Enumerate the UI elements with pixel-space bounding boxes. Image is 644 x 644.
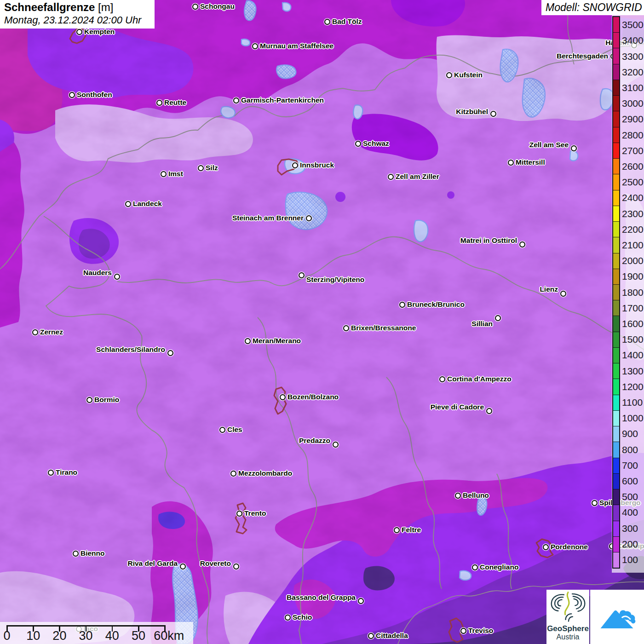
colorbar-segment (613, 17, 619, 33)
colorbar-segment (613, 174, 619, 190)
colorbar-segment (613, 332, 619, 348)
colorbar-segment (613, 442, 619, 458)
colorbar-segment (613, 143, 619, 159)
scalebar-number: 40 (105, 629, 119, 643)
colorbar-segment (613, 316, 619, 332)
terrain-shading (0, 0, 644, 644)
colorbar-segment (613, 379, 619, 395)
colorbar-segment (613, 489, 619, 505)
map-datetime: Montag, 23.12.2024 02:00 Uhr (4, 14, 155, 26)
geosphere-logo: GeoSphere Austria (546, 590, 589, 644)
model-info-box: Modell: SNOWGRID (541, 0, 644, 15)
colorbar-segment (613, 363, 619, 379)
title-text: Schneefallgrenze (4, 1, 95, 13)
map-title-box: Schneefallgrenze [m] Montag, 23.12.2024 … (0, 0, 155, 29)
distance-scalebar: 0102030405060km (0, 622, 193, 644)
colorbar-segment (613, 206, 619, 222)
colorbar-segment (613, 33, 619, 48)
colorbar-segment (613, 48, 619, 64)
colorbar-segment (613, 285, 619, 300)
scalebar-number: 50 (132, 629, 145, 643)
geosphere-logo-icon (547, 590, 589, 624)
colorbar-segment (613, 237, 619, 253)
colorbar-segment (613, 348, 619, 363)
geosphere-logo-country: Austria (546, 633, 589, 641)
colorbar-segment (613, 127, 619, 143)
mountain-logo (590, 590, 644, 644)
colorbar-segment (613, 253, 619, 269)
colorbar-segment (613, 300, 619, 316)
elevation-colorbar (612, 16, 620, 569)
colorbar-segment (613, 222, 619, 237)
colorbar-segment (613, 96, 619, 111)
colorbar-segment (613, 474, 619, 489)
mountain-logo-icon (595, 595, 639, 639)
colorbar-segment (613, 395, 619, 411)
colorbar-segment (613, 64, 619, 80)
geosphere-logo-text: GeoSphere (546, 625, 589, 633)
colorbar-segment (613, 505, 619, 521)
colorbar-segment (613, 159, 619, 174)
colorbar-segment (613, 80, 619, 96)
scalebar-number: 30 (79, 629, 93, 643)
scalebar-number: 10 (26, 629, 40, 643)
colorbar-segment (613, 521, 619, 537)
weather-map-canvas (0, 0, 644, 644)
colorbar-segment (613, 458, 619, 474)
colorbar-segment (613, 190, 619, 206)
scalebar-number: 0 (3, 629, 10, 643)
colorbar-segment (613, 111, 619, 127)
model-label: Modell: SNOWGRID (546, 1, 642, 14)
colorbar-segment (613, 426, 619, 442)
colorbar-segment (613, 537, 619, 552)
scalebar-number: 20 (52, 629, 66, 643)
map-title: Schneefallgrenze [m] (4, 1, 155, 14)
title-unit: [m] (98, 1, 113, 13)
scalebar-number: 60km (154, 629, 184, 643)
colorbar-segment (613, 411, 619, 426)
colorbar-segment (613, 269, 619, 285)
colorbar-segment (613, 552, 619, 568)
